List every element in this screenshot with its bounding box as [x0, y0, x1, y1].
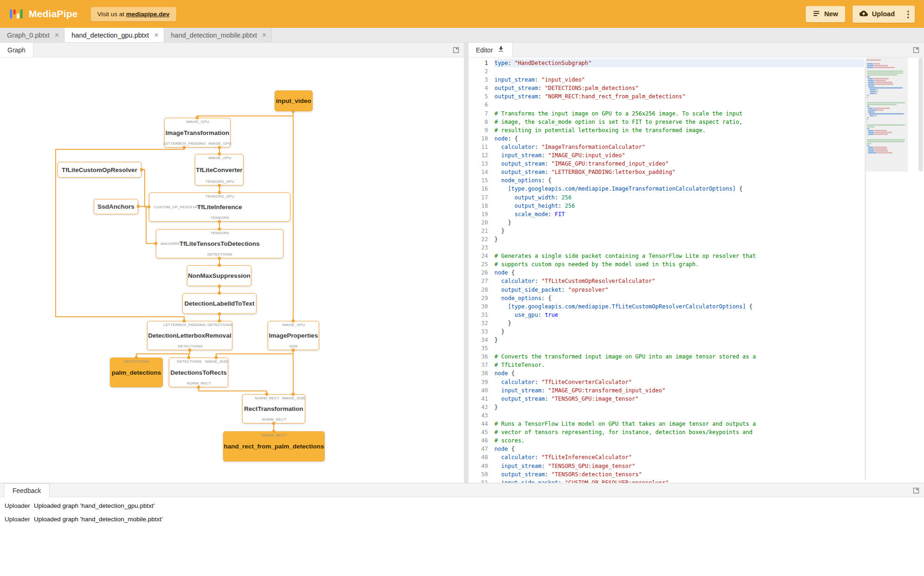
code-token: : — [541, 463, 548, 469]
code-token: "IMAGE_GPU:transformed_input_video" — [552, 160, 669, 167]
graph-node-detection_letterbox_removal[interactable]: DetectionLetterboxRemovalLETTERBOX_PADDI… — [147, 321, 232, 350]
line-number: 29 — [468, 294, 488, 302]
panel-divider[interactable] — [464, 43, 468, 483]
line-number: 46 — [468, 436, 488, 445]
code-line: output_height: 256 — [494, 202, 864, 210]
visit-us-chip[interactable]: Visit us at mediapipe.dev — [91, 7, 176, 21]
code-line: # image, the scale_mode option is set to… — [494, 118, 864, 126]
graph-node-hand_rect_from_palm_detections[interactable]: hand_rect_from_palm_detectionsNORM_RECT — [223, 431, 325, 461]
download-icon[interactable] — [497, 45, 505, 54]
editor-panel-expand-icon[interactable] — [913, 47, 919, 53]
code-token: : — [538, 312, 545, 318]
code-token: "opresolver" — [568, 287, 609, 293]
line-number: 9 — [468, 126, 488, 134]
feedback-panel-expand-icon[interactable] — [913, 487, 919, 494]
tab-close-icon[interactable]: × — [55, 32, 59, 39]
editor-tab[interactable]: Editor — [468, 43, 513, 57]
code-line: node_options: { — [494, 176, 864, 185]
graph-node-detection_label_id_to_text[interactable]: DetectionLabelIdToText — [182, 293, 257, 314]
line-number: 6 — [468, 101, 488, 109]
minimap-line — [867, 96, 868, 98]
minimap-line — [868, 82, 874, 83]
file-tab[interactable]: Graph_0.pbtxt× — [0, 28, 64, 42]
new-button[interactable]: New — [806, 6, 845, 22]
upload-menu-kebab-icon[interactable]: ⋮ — [902, 6, 915, 23]
code-token: output_stream — [501, 471, 545, 478]
file-tab[interactable]: hand_detection_gpu.pbtxt× — [64, 28, 164, 42]
code-token: # Runs a TensorFlow Lite model on GPU th… — [494, 421, 756, 427]
port-label: ANCHORS — [160, 242, 180, 246]
code-token: : — [562, 287, 568, 293]
mediapipe-visualizer: MediaPipe Visit us at mediapipe.dev New — [0, 0, 924, 576]
minimap-line — [868, 132, 874, 133]
code-token: : — [545, 169, 551, 175]
tab-close-icon[interactable]: × — [262, 32, 266, 39]
code-line: # vector of tensors representing, for in… — [494, 428, 864, 436]
minimap-line — [868, 148, 874, 150]
code-token: { — [508, 269, 514, 276]
minimap-line — [875, 150, 888, 152]
code-token — [494, 463, 501, 469]
minimap-line — [867, 98, 867, 100]
graph-node-ssd_anchors[interactable]: SsdAnchors — [94, 199, 138, 214]
code-token: output_stream — [501, 396, 545, 402]
code-line: type: "HandDetectionSubgraph" — [494, 59, 864, 67]
graph-node-non_max_suppression[interactable]: NonMaxSuppression — [187, 265, 251, 286]
tab-close-icon[interactable]: × — [154, 32, 158, 39]
line-number: 22 — [468, 235, 488, 243]
minimap[interactable] — [866, 58, 908, 483]
minimap-line — [902, 87, 903, 89]
code-token: # Transforms the input image on GPU to a… — [494, 110, 743, 117]
code-token: node — [494, 446, 508, 452]
feedback-row: UploaderUploaded graph 'hand_detection_g… — [0, 499, 924, 512]
minimap-line — [867, 126, 874, 128]
mediapipe-dev-link[interactable]: mediapipe.dev — [126, 11, 170, 18]
minimap-line — [868, 111, 874, 113]
code-token: node_options — [501, 295, 541, 301]
code-token: } — [494, 404, 498, 410]
minimap-line — [875, 148, 887, 150]
code-token: : — [508, 60, 514, 66]
minimap-line — [870, 89, 876, 90]
graph-node-image_properties[interactable]: ImagePropertiesIMAGE_GPUSIZE — [268, 321, 319, 350]
graph-node-detections_to_rects[interactable]: DetectionsToRectsDETECTIONSIMAGE_SIZENOR… — [169, 358, 228, 387]
line-number: 21 — [468, 227, 488, 235]
graph-tab-label: Graph — [7, 46, 26, 54]
code-line: output_stream: "LETTERBOX_PADDING:letter… — [494, 168, 864, 176]
code-line: # scores. — [494, 436, 864, 445]
code-editor[interactable]: 1234567891011121314151617181920212223242… — [468, 58, 924, 483]
graph-tab[interactable]: Graph — [0, 43, 33, 57]
graph-panel-expand-icon[interactable] — [453, 47, 459, 53]
graph-node-palm_detections[interactable]: palm_detectionsDETECTIONS — [110, 358, 163, 387]
line-number: 2 — [468, 67, 488, 76]
graph-node-tflite_tensors_to_detections[interactable]: TfLiteTensorsToDetectionsTENSORSDETECTIO… — [156, 229, 283, 258]
graph-node-input_video[interactable]: input_video — [275, 90, 313, 111]
port-label: TENSORS — [211, 231, 229, 235]
feedback-tab[interactable]: Feedback — [4, 483, 50, 498]
port-label: TENSORS_GPU — [205, 179, 235, 184]
port-label: LETTERBOX_PADDING — [163, 141, 205, 146]
code-token: input_side_packet — [501, 480, 558, 483]
file-tab[interactable]: hand_detection_mobile.pbtxt× — [164, 28, 272, 42]
graph-node-rect_transformation[interactable]: RectTransformationNORM_RECTIMAGE_SIZENOR… — [242, 394, 305, 423]
editor-scrollbar[interactable] — [918, 58, 923, 172]
code-token: : — [555, 194, 561, 201]
graph-node-tflite_inference[interactable]: TfLiteInferenceTENSORS_GPUTENSORSCUSTOM_… — [149, 192, 290, 222]
code-token: : — [541, 152, 548, 159]
code-token: output_height — [514, 203, 558, 209]
graph-node-tflite_converter[interactable]: TfLiteConverterIMAGE_GPUTENSORS_GPU — [195, 154, 244, 186]
mediapipe-logo-icon — [9, 7, 23, 21]
upload-button-label: Upload — [872, 10, 895, 18]
code-token: calculator — [501, 144, 534, 150]
graph-node-image_transformation[interactable]: ImageTransformationIMAGE_GPULETTERBOX_PA… — [164, 118, 231, 147]
upload-button[interactable]: Upload — [853, 6, 902, 23]
code-lines[interactable]: type: "HandDetectionSubgraph" input_stre… — [494, 59, 864, 483]
code-token: : { — [541, 177, 552, 184]
minimap-line — [874, 85, 875, 87]
graph-node-tflite_custom_op_resolver[interactable]: TfLiteCustomOpResolver — [58, 162, 141, 178]
line-number: 47 — [468, 445, 488, 453]
graph-canvas[interactable]: input_videoImageTransformationIMAGE_GPUL… — [0, 58, 464, 483]
graph-panel-strip: Graph — [0, 43, 464, 58]
line-number: 49 — [468, 462, 488, 470]
code-token: node — [494, 370, 508, 377]
